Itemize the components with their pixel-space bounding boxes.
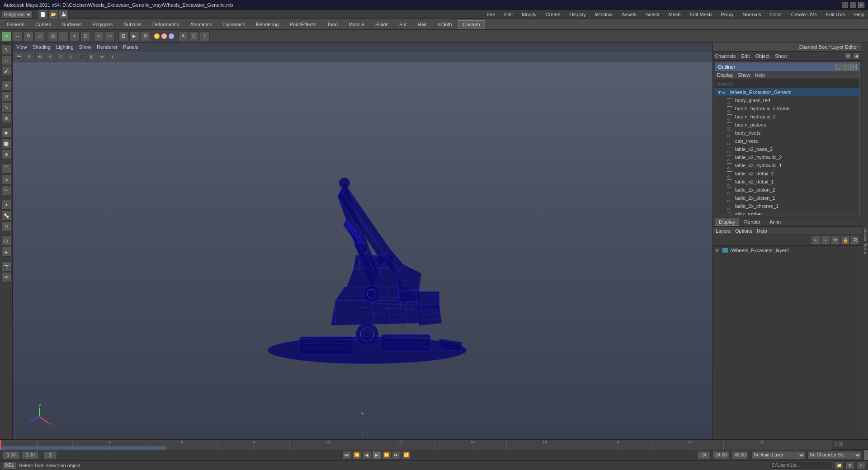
outliner-tree-item[interactable]: —○cab_rivets <box>715 137 859 145</box>
layer-smenu-help[interactable]: Help <box>757 228 767 234</box>
paint-sel-tool[interactable]: 🖌 <box>1 66 11 76</box>
viewport[interactable]: View Shading Lighting Show Renderer Pane… <box>13 42 712 439</box>
outliner-close-btn[interactable]: × <box>850 64 857 70</box>
step-fwd-btn[interactable]: ⏩ <box>382 451 391 459</box>
move-tool-btn[interactable]: ↔ <box>13 31 23 41</box>
tab-polygons[interactable]: Polygons <box>87 20 118 28</box>
tab-curves[interactable]: Curves <box>30 20 56 28</box>
outliner-tree-item[interactable]: —○lable_x2_detail_1 <box>715 178 859 186</box>
timeline-ruler[interactable]: 124681012141618202224 <box>0 440 832 450</box>
menu-assets[interactable]: Assets <box>620 12 638 17</box>
layer-row[interactable]: V /Wheels_Excavator_layer1 <box>713 246 862 255</box>
poly-create-tool[interactable]: ⬡ <box>1 236 11 246</box>
show-cb-btn[interactable]: C <box>189 31 199 41</box>
outliner-tree-item[interactable]: —○boom_hydraulic_2 <box>715 113 859 121</box>
tab-painteffects[interactable]: PaintEffects <box>285 20 321 28</box>
rotate-tool-btn[interactable]: ↻ <box>24 31 33 41</box>
layer-content[interactable]: V /Wheels_Excavator_layer1 <box>713 246 862 439</box>
vp-menu-renderer[interactable]: Renderer <box>97 44 118 50</box>
layer-vis-btn[interactable]: 👁 <box>831 236 840 245</box>
anim-end-field[interactable] <box>712 451 730 459</box>
mode-dropdown[interactable]: Polygons <box>2 10 33 19</box>
menu-select[interactable]: Select <box>644 12 661 17</box>
layer-tab-anim[interactable]: Anim <box>765 218 785 226</box>
tab-fluids[interactable]: Fluids <box>370 20 393 28</box>
attribute-editor-tab[interactable]: Attribute Editor <box>862 42 868 439</box>
menu-help[interactable]: Help <box>852 12 866 17</box>
outliner-tree-item[interactable]: —○body_rivets <box>715 129 859 137</box>
outliner-tree-item[interactable]: —○lable_x2_detail_2 <box>715 169 859 178</box>
vp-menu-panels[interactable]: Panels <box>123 44 138 50</box>
current-time-field[interactable] <box>3 451 20 459</box>
cb-tab-object[interactable]: Object <box>755 53 769 59</box>
layer-tab-render[interactable]: Render <box>740 218 764 226</box>
outliner-tree-item[interactable]: —○lable_x2_hydraulic_1 <box>715 161 859 169</box>
vp-menu-view[interactable]: View <box>16 44 27 50</box>
select-tool-btn[interactable]: ✦ <box>2 31 12 41</box>
tab-dynamics[interactable]: Dynamics <box>218 20 250 28</box>
render-settings-btn[interactable]: ⚙ <box>140 31 150 41</box>
menu-proxy[interactable]: Proxy <box>719 12 735 17</box>
light-color-3[interactable] <box>168 33 175 39</box>
save-icon[interactable]: 💾 <box>59 9 69 19</box>
status-folder-icon[interactable]: 📁 <box>835 461 844 470</box>
vp-persp-btn[interactable]: P <box>25 52 34 61</box>
menu-edit[interactable]: Edit <box>502 12 514 17</box>
playback-drag-handle[interactable] <box>863 450 868 460</box>
vp-light-btn[interactable]: L <box>66 52 75 61</box>
scale-tool[interactable]: ⤡ <box>1 102 11 112</box>
step-back-btn[interactable]: ⏪ <box>352 451 361 459</box>
vp-menu-shading[interactable]: Shading <box>33 44 51 50</box>
select-tool[interactable]: ↖ <box>1 44 11 54</box>
snap-curve-btn[interactable]: ⌒ <box>59 31 69 41</box>
append-tool[interactable]: ◈ <box>1 247 11 257</box>
light-color-1[interactable] <box>154 33 160 39</box>
layer-smenu-options[interactable]: Options <box>735 228 752 234</box>
status-path[interactable]: C:\Users\Us... <box>769 461 833 470</box>
redo-btn[interactable]: ↪ <box>105 31 115 41</box>
sculpt-tool[interactable]: ⬤ <box>1 138 11 148</box>
new-file-icon[interactable]: 📄 <box>38 9 48 19</box>
snap-surface-btn[interactable]: ⊡ <box>80 31 90 41</box>
vp-hud-btn[interactable]: H <box>98 52 107 61</box>
vp-menu-show[interactable]: Show <box>79 44 92 50</box>
tab-subdivs[interactable]: Subdivs <box>119 20 146 28</box>
layer-tab-display[interactable]: Display <box>715 218 739 226</box>
snap-grid-btn[interactable]: ⊞ <box>48 31 58 41</box>
vp-shaded-btn[interactable]: S <box>46 52 55 61</box>
layer-del-btn[interactable]: - <box>821 236 830 245</box>
ep-curve-tool[interactable]: ∿ <box>1 174 11 184</box>
menu-edit-mesh[interactable]: Edit Mesh <box>688 12 713 17</box>
outliner-tree-item[interactable]: —○body_glass_red <box>715 96 859 104</box>
outliner-show-menu[interactable]: Show <box>738 72 750 78</box>
tab-custom[interactable]: Custom <box>458 20 485 28</box>
cb-settings-icon[interactable]: ⚙ <box>844 52 852 60</box>
show-attr-btn[interactable]: A <box>178 31 188 41</box>
status-close-icon[interactable]: × <box>856 461 865 470</box>
vp-texture-btn[interactable]: T <box>56 52 65 61</box>
anim-end2-field[interactable] <box>731 451 749 459</box>
menu-file[interactable]: File <box>486 12 497 17</box>
menu-display[interactable]: Display <box>568 12 588 17</box>
tab-ncloth[interactable]: nCloth <box>433 20 457 28</box>
outliner-tree-item[interactable]: —○lable_x2_hydraulic_2 <box>715 153 859 161</box>
vp-grid-btn[interactable]: ⊞ <box>87 52 96 61</box>
history-btn[interactable]: ↩ <box>94 31 104 41</box>
outliner-tree-item[interactable]: —○boom_pistons <box>715 121 859 129</box>
tab-toon[interactable]: Toon <box>322 20 343 28</box>
open-file-icon[interactable]: 📂 <box>48 9 58 19</box>
go-end-btn[interactable]: ⏭ <box>392 451 401 459</box>
tab-animation[interactable]: Animation <box>185 20 217 28</box>
close-button[interactable]: × <box>858 2 864 8</box>
loop-btn[interactable]: 🔁 <box>402 451 411 459</box>
joint-tool[interactable]: ✦ <box>1 200 11 210</box>
layer-visibility[interactable]: V <box>716 248 722 253</box>
cb-collapse-icon[interactable]: ◀ <box>853 52 860 60</box>
cb-tab-edit[interactable]: Edit <box>741 53 750 59</box>
menu-window[interactable]: Window <box>593 12 614 17</box>
tab-fur[interactable]: Fur <box>394 20 412 28</box>
anim-layer-select[interactable]: No Anim Layer <box>751 451 806 459</box>
snap-point-btn[interactable]: • <box>70 31 80 41</box>
bind-tool[interactable]: ⊡ <box>1 221 11 231</box>
outliner-maximize-btn[interactable]: □ <box>843 64 849 70</box>
